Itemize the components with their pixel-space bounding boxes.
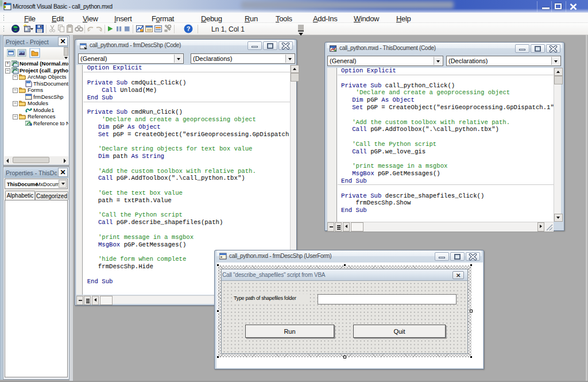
svg-text:?: ? <box>187 25 191 32</box>
